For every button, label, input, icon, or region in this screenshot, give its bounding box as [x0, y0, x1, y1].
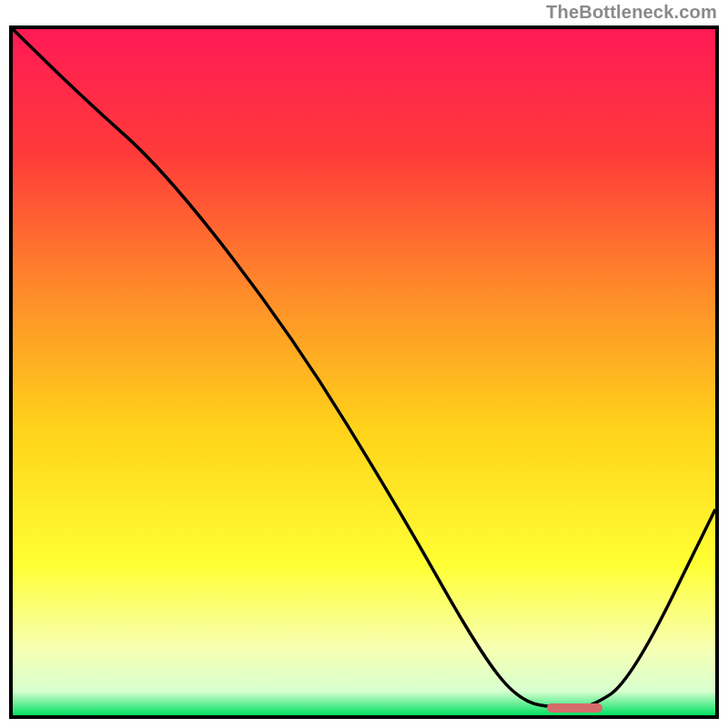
plot-svg	[13, 29, 715, 715]
chart-root: TheBottleneck.com	[0, 0, 728, 728]
gradient-fill	[13, 29, 715, 715]
plot-frame	[9, 25, 719, 719]
attribution-text: TheBottleneck.com	[546, 2, 717, 23]
optimal-range-marker	[547, 703, 603, 713]
